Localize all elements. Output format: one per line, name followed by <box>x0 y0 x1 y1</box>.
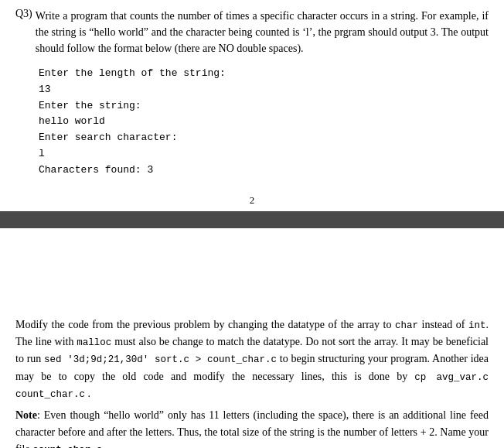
note-text: : Even though “hello world” only has 11 … <box>15 409 489 448</box>
bottom-text: Modify the code from the previous proble… <box>15 316 489 448</box>
dark-divider <box>0 211 504 228</box>
question-header: Q3) Write a program that counts the numb… <box>15 8 489 56</box>
bottom-section: Modify the code from the previous proble… <box>0 306 504 448</box>
question-text: Write a program that counts the number o… <box>36 8 489 56</box>
spacer <box>0 228 504 306</box>
note-paragraph: Note: Even though “hello world” only has… <box>15 407 489 448</box>
inline-code-malloc: malloc <box>77 337 111 348</box>
code-line-7: Characters found: 3 <box>39 162 489 179</box>
inline-code-cp: cp avg_var.c count_char.c <box>15 372 489 400</box>
note-filename: count_char.c <box>32 445 102 448</box>
code-line-3: Enter the string: <box>39 98 489 115</box>
code-line-5: Enter search character: <box>39 130 489 146</box>
inline-code-int: int <box>468 320 486 331</box>
code-line-6: l <box>39 146 489 162</box>
inline-code-sed: sed '3d;9d;21,30d' sort.c > count_char.c <box>44 354 277 365</box>
inline-code-char: char <box>395 320 418 331</box>
page-number-area: 2 <box>0 186 504 211</box>
note-label: Note <box>15 409 37 421</box>
top-section: Q3) Write a program that counts the numb… <box>0 0 504 186</box>
code-line-2: 13 <box>39 82 489 98</box>
main-paragraph: Modify the code from the previous proble… <box>15 316 489 403</box>
code-block: Enter the length of the string: 13 Enter… <box>15 66 489 179</box>
question-number: Q3) <box>15 8 32 20</box>
code-line-1: Enter the length of the string: <box>39 66 489 82</box>
page-container: Q3) Write a program that counts the numb… <box>0 0 504 448</box>
page-number: 2 <box>250 194 255 206</box>
code-line-4: hello world <box>39 114 489 130</box>
note-period: . <box>102 443 105 448</box>
